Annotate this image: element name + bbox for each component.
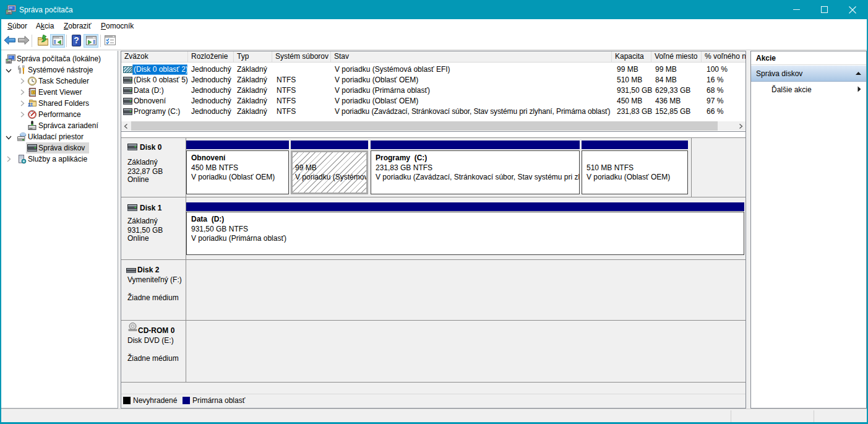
svg-text:?: ? [74, 35, 79, 45]
